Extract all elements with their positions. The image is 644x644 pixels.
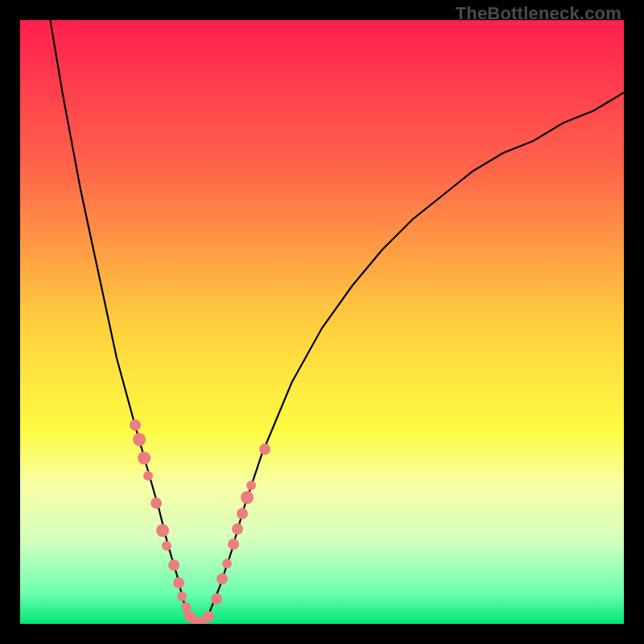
sample-marker xyxy=(217,573,228,584)
sample-marker xyxy=(173,577,184,588)
sample-marker xyxy=(237,508,248,519)
sample-marker xyxy=(246,481,256,490)
sample-marker xyxy=(151,497,162,509)
watermark-text: TheBottleneck.com xyxy=(456,3,621,24)
sample-marker xyxy=(222,559,232,568)
sample-marker xyxy=(168,559,180,571)
outer-frame: TheBottleneck.com xyxy=(0,0,644,644)
sample-marker xyxy=(177,592,187,601)
sample-marker xyxy=(130,419,141,431)
sample-marker xyxy=(241,491,254,504)
sample-marker xyxy=(211,593,222,605)
sample-marker xyxy=(232,523,243,535)
bottleneck-curve xyxy=(20,20,624,624)
sample-marker xyxy=(138,452,151,464)
sample-marker xyxy=(162,541,171,551)
sample-marker xyxy=(133,433,146,446)
sample-marker xyxy=(143,471,153,481)
plot-area xyxy=(20,20,624,624)
sample-marker xyxy=(228,539,239,550)
sample-marker xyxy=(203,611,214,622)
sample-marker xyxy=(259,444,270,455)
sample-marker xyxy=(156,524,169,537)
